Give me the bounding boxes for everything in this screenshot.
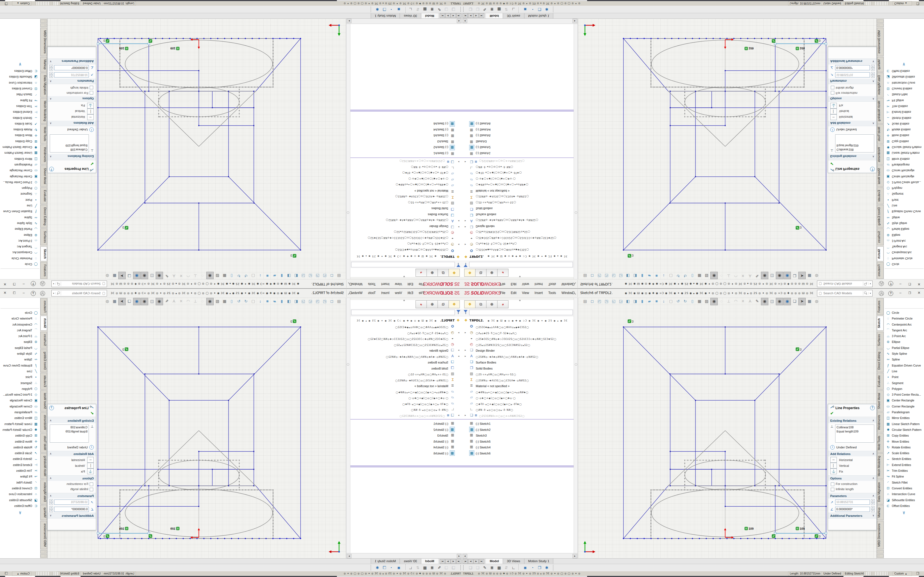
toolbar-save[interactable]: ▦ [221,272,228,279]
add-relation-horizontal[interactable]: ─Horizontal [48,457,96,463]
tool-ellipse[interactable]: ⊜Ellipse [884,232,924,238]
cmdtab-markup[interactable]: Markup [877,505,884,520]
cmdtab-data-migration[interactable]: Data Migration [40,480,47,504]
toolbar-solid-1[interactable]: ▮ [278,272,285,279]
btn-profile-ruler[interactable]: ∟ [407,564,414,571]
tool-equation-driven-curve[interactable]: ƒEquation Driven Curve [0,362,40,368]
tree-item-top-plane[interactable]: ▱◯·◎✚◯✳◉[◯◎◯]◉✳◯✚◎·◯ [351,395,462,401]
tool-intersection-curve[interactable]: ∩Intersection Curve [0,491,40,496]
cmdtab-overflow-1[interactable]: : [877,24,884,27]
tab-scroll-last[interactable]: ▶| [479,559,484,564]
toolbar-view-grid[interactable]: ▦ [111,272,118,279]
account-icon[interactable] [40,291,45,296]
tool-sketch-fillet[interactable]: ◜Sketch Fillet [884,92,924,98]
btn-arrows-eye[interactable]: ⇵ [414,6,421,13]
tab-scroll-prev[interactable]: ◀ [468,559,473,564]
tree-item-history[interactable]: ✪◯2SЗƐ✚◉▴◎ΛΑΦ◯◎◯ΦΑΛ◎▴◉✚ƐЗS2◯ [351,248,462,254]
tool-offset-entities[interactable]: ⊏Offset Entities [0,69,40,74]
scroll-right-icon[interactable]: ▶ [347,19,351,23]
help-icon[interactable]: ? [31,291,36,296]
toolbar-rotate-cw[interactable]: ↻ [682,298,688,305]
search-icon[interactable] [863,291,867,295]
tool-style-spline[interactable]: ∿Style Spline [884,350,924,356]
expand-arrow-icon[interactable]: ▸ [465,224,466,230]
btn-profile-ruler[interactable]: ∟ [510,6,517,13]
tool-trim-entities[interactable]: ✂Trim Entities [884,467,924,473]
tree-item-history[interactable]: ✪◯2SЗƐ✚◉▴◎ΛΑΦ◯◎◯ΦΑΛ◎▴◉✚ƐЗS2◯ [351,324,462,330]
ok-check-icon[interactable]: ✔ [48,411,96,416]
length-field[interactable]: 10.88152731 [835,72,870,77]
tab-scroll-prev[interactable]: ◀ [468,13,473,18]
cmdtab-mbd-dimensions[interactable]: MBD Dimensions [40,521,47,549]
tool-sketch-fillet[interactable]: ◜Sketch Fillet [0,479,40,485]
tree-item-lights[interactable]: ▨◯2S·∩✳▴ΑΜ◯◎◯ΜΑ▴✳∩·S2◯ [351,371,462,377]
existing-relations-header[interactable]: Existing Relations∧ [48,417,96,423]
tool-perimeter-circle[interactable]: ◌Perimeter Circle [0,315,40,321]
tree-vertical-scrollbar[interactable] [573,297,578,553]
tool-centerpoint-arc[interactable]: ◠Centerpoint Arc [0,321,40,327]
cmdtab-surfaces[interactable]: Surfaces [877,229,884,245]
toolbar-zebra[interactable]: ▨ [703,298,710,305]
cmdtab-surfaces[interactable]: Surfaces [40,229,47,245]
tool-extend-entities[interactable]: ⊢Extend Entities [0,110,40,115]
toolbar-view-sketch[interactable]: ◉ [156,298,163,305]
toolbar-light[interactable]: ◍ [813,298,820,305]
tab-motion-study-1[interactable]: Motion Study 1 [371,13,400,18]
tree-item-top-plane[interactable]: ▱◯·◎✚◯✳◉[◯◎◯]◉✳◯✚◎·◯ [351,177,462,183]
existing-relations-header[interactable]: Existing Relations∧ [828,154,876,160]
more-tools-chevron-icon[interactable]: ≫ [0,510,40,515]
toolbar-rotate-ccw[interactable]: ↺ [242,298,249,305]
relations-listbox[interactable]: Collinear108Equal length109 [50,424,89,443]
tab-scroll-prev[interactable]: ◀ [451,559,456,564]
length-field[interactable]: 10.88152731 [835,500,870,505]
tool-3-point-arc[interactable]: ⌓3 Point Arc [884,333,924,338]
menu-view[interactable]: View [519,289,532,297]
help-icon[interactable]: ? [888,281,893,286]
toolbar-gray-a[interactable]: A [746,272,753,279]
option-infinite-length[interactable]: Infinite length [828,85,876,90]
cmdtab-evaluate[interactable]: Evaluate [40,187,47,204]
toolbar-gray-perp[interactable]: ⊥ [192,298,199,305]
toolbar-cursor[interactable]: ➤ [798,298,806,305]
angle-spinner[interactable]: ▲▼ [871,65,875,71]
expand-arrow-icon[interactable]: ▸ [458,347,459,353]
btn-camera-settings[interactable]: ◙ [522,6,529,13]
cmdtab-surfaces[interactable]: Surfaces [40,332,47,348]
tool-linear-sketch-pattern[interactable]: ▦Linear Sketch Pattern [0,151,40,156]
tree-item-equations[interactable]: Σ◯2SИΝ◎◦✚ΑUЗƐ◯◎◯ƐЗUΑ✚◦◎ΝИS2◯ [351,194,462,200]
length-field[interactable]: 10.88152731 [54,500,89,505]
toolbar-extrude-4[interactable]: ◱ [307,272,314,279]
cmdtab-evaluate[interactable]: Evaluate [877,187,884,204]
tab-3d-views[interactable]: 3D Views [400,13,421,18]
displaymanager-tab[interactable]: ◕ [497,300,509,308]
menu-insert[interactable]: Insert [532,280,546,288]
close-button[interactable]: ✕ [1,289,9,297]
tool-equation-driven-curve[interactable]: ƒEquation Driven Curve [884,362,924,368]
tab-motion-study-1[interactable]: Motion Study 1 [524,559,554,564]
tree-item-annotations[interactable]: ▸A◯2SИΝ◎◦✚Α✚◎ИΝΑ◯◎◯ΑΝИ◎✚Α✚◦◎ΝИS2◯ [351,218,462,224]
toolbar-solid-2[interactable]: ▰ [271,298,278,305]
tool-fit-spline[interactable]: ↪Fit Spline [0,98,40,103]
toolbar-gray-x[interactable]: ✕ [740,298,746,305]
toolbar-extrude-7[interactable]: ◨ [286,272,292,279]
tool-mirror-entities[interactable]: ◫Mirror Entities [0,414,40,421]
toolbar-extrude-2[interactable]: ◰ [596,272,603,279]
tool-silhouette-entities[interactable]: ◪Silhouette Entities [884,74,924,80]
btn-camera-settings[interactable]: ◙ [395,6,402,13]
toolbar-solid-3[interactable]: ■ [264,272,271,279]
toolbar-extrude-1[interactable]: ◻ [589,298,596,305]
tool-3-point-arc[interactable]: ⌓3 Point Arc [0,239,40,244]
toolbar-view-planes[interactable]: ❏ [126,272,133,279]
toolbar-solid-2[interactable]: ▰ [646,298,653,305]
tool-offset-entities[interactable]: ⊏Offset Entities [884,503,924,508]
menu-file[interactable]: File [416,289,427,297]
relations-listbox[interactable]: Collinear108Equal length109 [835,424,874,443]
propertymanager-tab[interactable]: ⧉ [475,300,486,308]
expand-arrow-icon[interactable]: ▸ [458,353,459,359]
tab-model[interactable]: Model [486,559,503,564]
toolbar-light[interactable]: ◍ [813,272,820,279]
tool-fit-spline[interactable]: ↪Fit Spline [884,473,924,479]
scroll-left-icon[interactable]: ◀ [457,19,462,23]
btn-arrows-eye[interactable]: ⇵ [503,564,510,571]
tree-item-sketch5[interactable]: ▦(-) Sketch5 [351,438,462,444]
